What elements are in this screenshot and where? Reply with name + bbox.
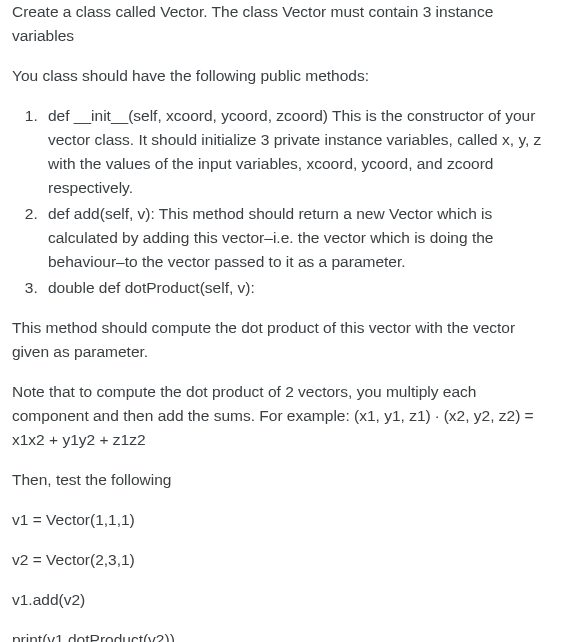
code-line-4: print(v1.dotProduct(v2)) — [12, 628, 550, 642]
methods-list: def __init__(self, xcoord, ycoord, zcoor… — [12, 104, 550, 300]
intro-paragraph-2: You class should have the following publ… — [12, 64, 550, 88]
description-paragraph-1: This method should compute the dot produ… — [12, 316, 550, 364]
description-paragraph-3: Then, test the following — [12, 468, 550, 492]
code-line-2: v2 = Vector(2,3,1) — [12, 548, 550, 572]
method-item-1: def __init__(self, xcoord, ycoord, zcoor… — [42, 104, 550, 200]
intro-paragraph-1: Create a class called Vector. The class … — [12, 0, 550, 48]
method-item-3: double def dotProduct(self, v): — [42, 276, 550, 300]
description-paragraph-2: Note that to compute the dot product of … — [12, 380, 550, 452]
code-line-1: v1 = Vector(1,1,1) — [12, 508, 550, 532]
method-item-2: def add(self, v): This method should ret… — [42, 202, 550, 274]
code-line-3: v1.add(v2) — [12, 588, 550, 612]
